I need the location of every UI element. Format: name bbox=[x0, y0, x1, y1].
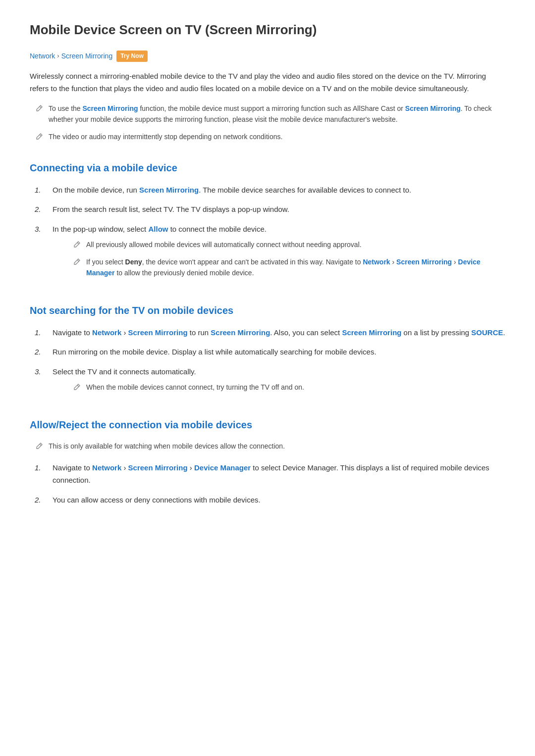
allow-reject-step-2: You can allow access or deny connections… bbox=[35, 494, 505, 506]
not-searching-step-1: Navigate to Network › Screen Mirroring t… bbox=[35, 326, 505, 339]
allow-reject-steps: Navigate to Network › Screen Mirroring ›… bbox=[30, 461, 505, 506]
breadcrumb-screen-mirroring[interactable]: Screen Mirroring bbox=[61, 50, 112, 61]
allow-reject-step-1: Navigate to Network › Screen Mirroring ›… bbox=[35, 461, 505, 487]
connecting-step-2: From the search result list, select TV. … bbox=[35, 203, 505, 216]
connecting-step-3-text: In the pop-up window, select Allow to co… bbox=[53, 225, 267, 233]
not-searching-subnote-1: When the mobile devices cannot connect, … bbox=[72, 382, 304, 393]
pencil-icon-6 bbox=[35, 442, 44, 451]
try-now-badge[interactable]: Try Now bbox=[116, 50, 148, 62]
allow-reject-prefix-notes: This is only available for watching when… bbox=[30, 441, 505, 452]
pencil-icon-2 bbox=[35, 132, 44, 141]
not-searching-steps: Navigate to Network › Screen Mirroring t… bbox=[30, 326, 505, 399]
section-title-allow-reject: Allow/Reject the connection via mobile d… bbox=[30, 417, 505, 433]
pencil-icon-1 bbox=[35, 104, 44, 113]
note-text-1: To use the Screen Mirroring function, th… bbox=[49, 103, 505, 125]
not-searching-step-2: Run mirroring on the mobile device. Disp… bbox=[35, 346, 505, 358]
breadcrumb-separator-1: › bbox=[57, 51, 59, 61]
section-title-not-searching: Not searching for the TV on mobile devic… bbox=[30, 302, 505, 318]
not-searching-subnotes: When the mobile devices cannot connect, … bbox=[53, 382, 304, 393]
connecting-steps: On the mobile device, run Screen Mirrori… bbox=[30, 184, 505, 285]
connecting-step-1-text: On the mobile device, run Screen Mirrori… bbox=[53, 184, 411, 197]
note-item-2: The video or audio may intermittently st… bbox=[35, 131, 505, 142]
connecting-step-3: In the pop-up window, select Allow to co… bbox=[35, 223, 505, 285]
pencil-icon-4 bbox=[72, 257, 81, 266]
notes-list: To use the Screen Mirroring function, th… bbox=[30, 103, 505, 142]
breadcrumb: Network › Screen Mirroring Try Now bbox=[30, 50, 505, 62]
note-item-1: To use the Screen Mirroring function, th… bbox=[35, 103, 505, 125]
intro-text: Wirelessly connect a mirroring-enabled m… bbox=[30, 70, 505, 95]
not-searching-step-3: Select the TV and it connects automatica… bbox=[35, 365, 505, 399]
connecting-subnote-1: All previously allowed mobile devices wi… bbox=[72, 239, 505, 250]
allow-reject-prefix-text: This is only available for watching when… bbox=[49, 441, 285, 452]
page-title: Mobile Device Screen on TV (Screen Mirro… bbox=[30, 20, 505, 43]
connecting-step-2-text: From the search result list, select TV. … bbox=[53, 203, 289, 216]
note-text-2: The video or audio may intermittently st… bbox=[49, 131, 282, 142]
pencil-icon-5 bbox=[72, 383, 81, 392]
pencil-icon-3 bbox=[72, 240, 81, 249]
breadcrumb-network[interactable]: Network bbox=[30, 50, 55, 61]
connecting-subnote-2: If you select Deny, the device won't app… bbox=[72, 256, 505, 279]
allow-reject-prefix-note: This is only available for watching when… bbox=[35, 441, 505, 452]
section-title-connecting: Connecting via a mobile device bbox=[30, 160, 505, 176]
connecting-step-3-subnotes: All previously allowed mobile devices wi… bbox=[53, 239, 505, 278]
connecting-step-1: On the mobile device, run Screen Mirrori… bbox=[35, 184, 505, 197]
